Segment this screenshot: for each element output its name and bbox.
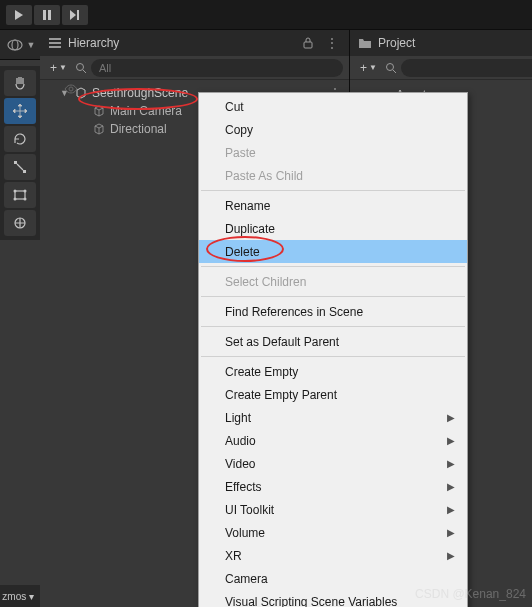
- hierarchy-item-label: Directional: [110, 122, 167, 136]
- menu-item-create-empty[interactable]: Create Empty: [199, 360, 467, 383]
- hierarchy-toolbar: +▼: [40, 56, 349, 80]
- menu-item-xr[interactable]: XR▶: [199, 544, 467, 567]
- menu-item-select-children: Select Children: [199, 270, 467, 293]
- svg-rect-1: [48, 10, 51, 20]
- svg-rect-16: [304, 42, 312, 48]
- submenu-arrow-icon: ▶: [447, 435, 455, 446]
- globe-icon: [5, 35, 25, 55]
- scene-preview[interactable]: zmos ▾: [0, 244, 40, 607]
- playback-toolbar: [0, 0, 532, 30]
- project-toolbar: +▼: [350, 56, 532, 80]
- lock-icon[interactable]: [299, 34, 317, 52]
- view-toggle[interactable]: ▼: [0, 30, 40, 60]
- scene-view-column: ▼ zmos ▾: [0, 30, 40, 607]
- menu-item-duplicate[interactable]: Duplicate: [199, 217, 467, 240]
- gizmos-dropdown[interactable]: zmos ▾: [2, 591, 34, 602]
- menu-item-camera[interactable]: Camera: [199, 567, 467, 590]
- hierarchy-icon: [48, 36, 62, 50]
- menu-item-paste: Paste: [199, 141, 467, 164]
- hierarchy-search-input[interactable]: [91, 59, 343, 77]
- cube-icon: [92, 104, 106, 118]
- hand-tool[interactable]: [4, 70, 36, 96]
- menu-item-rename[interactable]: Rename: [199, 194, 467, 217]
- svg-rect-13: [49, 38, 61, 40]
- cube-icon: [92, 122, 106, 136]
- menu-item-cut[interactable]: Cut: [199, 95, 467, 118]
- menu-item-paste-as-child: Paste As Child: [199, 164, 467, 187]
- hierarchy-title: Hierarchy: [68, 36, 119, 50]
- menu-separator: [201, 326, 465, 327]
- svg-rect-2: [77, 10, 79, 20]
- menu-item-visual-scripting-scene-variables[interactable]: Visual Scripting Scene Variables: [199, 590, 467, 607]
- transform-tool[interactable]: [4, 210, 36, 236]
- svg-rect-0: [43, 10, 46, 20]
- play-button[interactable]: [6, 5, 32, 25]
- scene-name: SeethroughScene: [92, 86, 188, 100]
- svg-point-19: [69, 87, 73, 91]
- tool-palette: [0, 66, 40, 240]
- menu-item-create-empty-parent[interactable]: Create Empty Parent: [199, 383, 467, 406]
- chevron-down-icon: ▼: [27, 40, 36, 50]
- menu-item-ui-toolkit[interactable]: UI Toolkit▶: [199, 498, 467, 521]
- gizmo-toolbar: zmos ▾: [0, 585, 40, 607]
- search-icon: [75, 62, 87, 74]
- svg-point-11: [24, 198, 27, 201]
- project-tab[interactable]: Project: [350, 30, 532, 56]
- add-dropdown[interactable]: +▼: [46, 59, 71, 77]
- svg-point-3: [8, 40, 22, 50]
- menu-item-delete[interactable]: Delete: [199, 240, 467, 263]
- folder-icon: [358, 36, 372, 50]
- menu-separator: [201, 296, 465, 297]
- svg-rect-15: [49, 46, 61, 48]
- menu-item-light[interactable]: Light▶: [199, 406, 467, 429]
- visibility-icon[interactable]: [64, 83, 78, 97]
- hierarchy-tab[interactable]: Hierarchy ⋮: [40, 30, 349, 56]
- search-icon: [385, 62, 397, 74]
- context-menu: CutCopyPastePaste As ChildRenameDuplicat…: [198, 92, 468, 607]
- move-tool[interactable]: [4, 98, 36, 124]
- rect-tool[interactable]: [4, 182, 36, 208]
- rotate-tool[interactable]: [4, 126, 36, 152]
- svg-point-9: [24, 190, 27, 193]
- menu-item-effects[interactable]: Effects▶: [199, 475, 467, 498]
- svg-rect-7: [15, 191, 25, 199]
- hierarchy-item-label: Main Camera: [110, 104, 182, 118]
- menu-item-audio[interactable]: Audio▶: [199, 429, 467, 452]
- step-button[interactable]: [62, 5, 88, 25]
- menu-separator: [201, 356, 465, 357]
- submenu-arrow-icon: ▶: [447, 550, 455, 561]
- menu-item-set-as-default-parent[interactable]: Set as Default Parent: [199, 330, 467, 353]
- submenu-arrow-icon: ▶: [447, 481, 455, 492]
- svg-point-4: [12, 40, 18, 50]
- scale-tool[interactable]: [4, 154, 36, 180]
- add-dropdown[interactable]: +▼: [356, 59, 381, 77]
- menu-separator: [201, 190, 465, 191]
- svg-rect-14: [49, 42, 61, 44]
- menu-item-copy[interactable]: Copy: [199, 118, 467, 141]
- menu-item-volume[interactable]: Volume▶: [199, 521, 467, 544]
- svg-rect-6: [23, 170, 26, 173]
- submenu-arrow-icon: ▶: [447, 504, 455, 515]
- svg-rect-5: [14, 161, 17, 164]
- pause-button[interactable]: [34, 5, 60, 25]
- project-title: Project: [378, 36, 415, 50]
- kebab-icon[interactable]: ⋮: [323, 34, 341, 52]
- svg-point-10: [14, 198, 17, 201]
- project-search-input[interactable]: [401, 59, 532, 77]
- menu-separator: [201, 266, 465, 267]
- submenu-arrow-icon: ▶: [447, 527, 455, 538]
- submenu-arrow-icon: ▶: [447, 458, 455, 469]
- submenu-arrow-icon: ▶: [447, 412, 455, 423]
- svg-point-18: [386, 63, 393, 70]
- svg-point-8: [14, 190, 17, 193]
- menu-item-video[interactable]: Video▶: [199, 452, 467, 475]
- menu-item-find-references-in-scene[interactable]: Find References in Scene: [199, 300, 467, 323]
- svg-point-17: [76, 63, 83, 70]
